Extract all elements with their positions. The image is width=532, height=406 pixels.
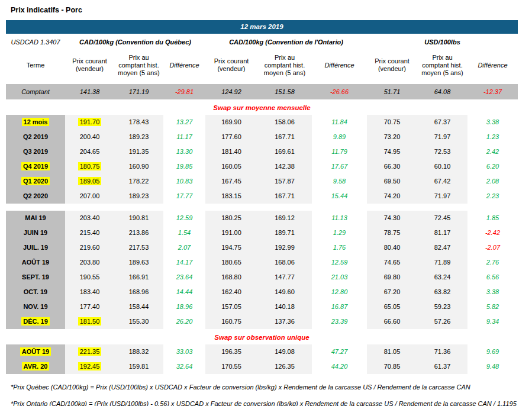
price-cell: 168.96: [114, 285, 163, 299]
price-cell: 188.32: [114, 344, 163, 359]
column-header-difference: Différence: [312, 48, 367, 82]
difference-cell: 13.30: [163, 144, 205, 159]
price-cell: 192.99: [257, 240, 312, 255]
price-cell: 160.05: [205, 159, 257, 174]
price-cell: 196.35: [205, 344, 257, 359]
difference-cell: 32.64: [163, 359, 205, 374]
difference-cell: 14.17: [163, 255, 205, 270]
price-cell: 67.42: [417, 174, 467, 189]
price-sheet: Prix indicatifs - Porc 12 mars 2019 USDC…: [0, 0, 532, 406]
difference-cell: 9.48: [467, 359, 518, 374]
price-cell: 69.80: [367, 270, 417, 285]
term-cell: Q2 2020: [6, 189, 65, 204]
difference-cell: 2.08: [467, 174, 518, 189]
price-cell: 57.26: [417, 314, 467, 329]
price-cell: 158.06: [257, 115, 312, 130]
difference-cell: 26.20: [163, 314, 205, 329]
table-row: AVR. 20192.45159.8132.64170.55126.3544.2…: [6, 359, 518, 374]
term-cell: Q2 2019: [6, 130, 65, 144]
price-cell: 178.43: [114, 115, 163, 130]
price-cell: 67.37: [417, 115, 467, 130]
price-cell: 221.35: [65, 344, 114, 359]
price-cell: 178.22: [114, 174, 163, 189]
price-cell: 74.30: [367, 211, 417, 225]
difference-cell: 1.23: [467, 130, 518, 144]
price-cell: 72.45: [417, 211, 467, 225]
table-row: JUIN 19215.40213.861.54191.00189.711.297…: [6, 225, 518, 240]
price-cell: 180.25: [205, 211, 257, 225]
difference-cell: -29.81: [163, 84, 205, 99]
price-cell: 51.71: [367, 84, 417, 99]
term-cell: MAI 19: [6, 211, 65, 225]
difference-cell: -2.07: [467, 240, 518, 255]
price-cell: 191.35: [114, 144, 163, 159]
column-header-spot: Prix au comptant hist. moyen (5 ans): [114, 48, 163, 82]
term-cell: AVR. 20: [6, 359, 65, 374]
price-cell: 141.38: [65, 84, 114, 99]
price-cell: 140.18: [257, 299, 312, 314]
price-cell: 78.75: [367, 225, 417, 240]
price-cell: 183.15: [205, 189, 257, 204]
price-cell: 215.40: [65, 225, 114, 240]
price-cell: 183.40: [65, 285, 114, 299]
price-cell: 204.65: [65, 144, 114, 159]
difference-cell: 2.42: [467, 144, 518, 159]
price-cell: 71.36: [417, 344, 467, 359]
price-cell: 67.20: [367, 285, 417, 299]
price-cell: 200.40: [65, 130, 114, 144]
column-header-row: Terme Prix courant (vendeur) Prix au com…: [6, 48, 518, 82]
price-cell: 71.97: [417, 130, 467, 144]
price-cell: 177.60: [205, 130, 257, 144]
term-cell: SEPT. 19: [6, 270, 65, 285]
table-row: Comptant141.38171.19-29.81124.92151.58-2…: [6, 84, 518, 99]
section-spacer: [6, 204, 532, 211]
difference-cell: 9.89: [312, 130, 367, 144]
price-cell: 189.23: [114, 130, 163, 144]
difference-cell: 11.13: [312, 211, 367, 225]
price-cell: 142.38: [257, 159, 312, 174]
column-header-difference: Différence: [467, 48, 518, 82]
difference-cell: 11.84: [312, 115, 367, 130]
price-cell: 72.53: [417, 144, 467, 159]
difference-cell: 12.59: [312, 255, 367, 270]
price-cell: 189.23: [114, 189, 163, 204]
table-row: Q4 2019180.75160.9019.85160.05142.3817.6…: [6, 159, 518, 174]
price-cell: 80.40: [367, 240, 417, 255]
table-row: AOÛT 19221.35188.3233.03196.35149.0847.2…: [6, 344, 518, 359]
difference-cell: 9.58: [312, 174, 367, 189]
price-cell: 170.55: [205, 359, 257, 374]
difference-cell: 3.38: [467, 285, 518, 299]
page-title: Prix indicatifs - Porc: [11, 6, 532, 14]
price-cell: 147.77: [257, 270, 312, 285]
group-header-ontario: CAD/100kg (Convention de l'Ontario): [205, 36, 367, 48]
price-cell: 166.91: [114, 270, 163, 285]
price-cell: 169.90: [205, 115, 257, 130]
table-row: 12 mois191.70178.4313.27169.90158.0611.8…: [6, 115, 518, 130]
difference-cell: 16.87: [312, 299, 367, 314]
difference-cell: 44.20: [312, 359, 367, 374]
price-cell: 137.36: [257, 314, 312, 329]
price-cell: 61.37: [417, 359, 467, 374]
difference-cell: -26.66: [312, 84, 367, 99]
price-cell: 74.65: [367, 255, 417, 270]
price-cell: 191.70: [65, 115, 114, 130]
price-cell: 149.08: [257, 344, 312, 359]
table-row: NOV. 19177.40158.4418.96157.05140.1816.8…: [6, 299, 518, 314]
term-cell: Comptant: [6, 84, 65, 99]
price-cell: 155.30: [114, 314, 163, 329]
price-cell: 65.05: [367, 299, 417, 314]
term-cell: 12 mois: [6, 115, 65, 130]
difference-cell: 11.17: [163, 130, 205, 144]
price-cell: 192.45: [65, 359, 114, 374]
price-cell: 60.10: [417, 159, 467, 174]
term-cell: Q4 2019: [6, 159, 65, 174]
term-cell: AOÛT 19: [6, 255, 65, 270]
price-cell: 124.92: [205, 84, 257, 99]
price-cell: 168.80: [205, 270, 257, 285]
price-cell: 217.53: [114, 240, 163, 255]
price-cell: 157.05: [205, 299, 257, 314]
column-header-current: Prix courant (vendeur): [65, 48, 114, 82]
price-cell: 71.97: [417, 189, 467, 204]
difference-cell: 10.83: [163, 174, 205, 189]
price-cell: 82.47: [417, 240, 467, 255]
